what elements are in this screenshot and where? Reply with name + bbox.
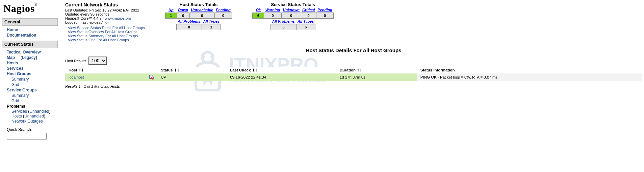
last-updated: Last Updated: Fri Sep 16 22:44:42 EAT 20…	[65, 8, 145, 12]
host-totals-pending-value[interactable]: 0	[214, 13, 232, 19]
nav-services[interactable]: Services	[7, 66, 58, 71]
nav-hostgroups-summary[interactable]: Summary	[11, 77, 58, 82]
service-totals-pending-header[interactable]: Pending	[317, 8, 332, 12]
host-totals-unreachable-header[interactable]: Unreachable	[191, 8, 213, 12]
service-totals-ok-value[interactable]: 6	[253, 13, 264, 19]
host-totals-pending-header[interactable]: Pending	[216, 8, 230, 12]
service-totals-unknown-header[interactable]: Unknown	[283, 8, 300, 12]
logged-in-label: Logged in as	[65, 20, 87, 24]
logo: Nagios®	[2, 2, 58, 17]
service-totals-alltypes-value[interactable]: 6	[296, 24, 315, 30]
page-title: Current Network Status	[65, 2, 145, 7]
nav-hosts[interactable]: Hosts	[7, 60, 58, 66]
core-version: Nagios® Core™ 4.4.7 -	[65, 16, 105, 20]
service-totals-critical-value[interactable]: 0	[301, 13, 316, 19]
nav-home[interactable]: Home	[7, 27, 58, 33]
host-totals-allproblems-header[interactable]: All Problems	[178, 19, 200, 23]
svg-line-8	[153, 79, 154, 80]
update-interval: Updated every 90 seconds	[65, 12, 145, 16]
col-status-info: Status Information	[417, 67, 642, 73]
service-totals-allproblems-header[interactable]: All Problems	[272, 19, 295, 23]
host-status-table: Host 🠕🠗 Status 🠕🠗 Last Check 🠕🠗 Duration…	[65, 67, 642, 81]
service-totals-critical-header[interactable]: Critical	[302, 8, 315, 12]
host-status: UP	[157, 73, 227, 81]
link-status-grid[interactable]: View Status Grid For All Host Groups	[68, 38, 145, 42]
sidebar: Nagios® General Home Documentation Curre…	[2, 2, 61, 139]
col-last-check[interactable]: Last Check 🠕🠗	[227, 67, 336, 73]
host-totals-up-header[interactable]: Up	[169, 8, 174, 12]
nav-map-legacy[interactable]: (Legacy)	[21, 55, 37, 60]
nav-servicegroups-summary[interactable]: Summary	[11, 93, 58, 98]
table-row: localhost UP 09-16-2022 22:41:34 1d 17h …	[65, 73, 642, 81]
host-totals-alltypes-value[interactable]: 1	[202, 24, 221, 30]
limit-results-label: Limit Results:	[65, 59, 87, 63]
host-status-totals: Host Status Totals Up Down Unreachable P…	[165, 2, 232, 30]
host-link[interactable]: localhost	[69, 75, 84, 79]
sort-arrows-icon[interactable]: 🠕🠗	[357, 68, 362, 72]
sort-arrows-icon[interactable]: 🠕🠗	[78, 68, 84, 72]
host-totals-allproblems-value[interactable]: 0	[176, 24, 202, 30]
service-totals-warning-value[interactable]: 0	[264, 13, 282, 19]
nav-documentation[interactable]: Documentation	[7, 33, 58, 38]
sort-arrows-icon[interactable]: 🠕🠗	[252, 68, 257, 72]
service-totals-unknown-value[interactable]: 0	[282, 13, 301, 19]
nagios-org-link[interactable]: www.nagios.org	[105, 16, 131, 20]
sidebar-section-general: General	[2, 18, 58, 26]
link-service-status-detail[interactable]: View Service Status Detail For All Host …	[68, 26, 145, 30]
nav-problems: Problems	[7, 104, 58, 109]
host-detail-icon[interactable]	[149, 75, 154, 80]
nav-network-outages[interactable]: Network Outages	[11, 119, 58, 124]
quick-search-input[interactable]	[7, 133, 47, 139]
details-heading: Host Status Details For All Host Groups	[65, 47, 642, 53]
nav-servicegroups-grid[interactable]: Grid	[11, 98, 58, 104]
host-totals-down-header[interactable]: Down	[178, 8, 188, 12]
col-status[interactable]: Status 🠕🠗	[157, 67, 227, 73]
link-status-summary[interactable]: View Status Summary For All Host Groups	[68, 34, 145, 38]
service-totals-pending-value[interactable]: 0	[316, 13, 333, 19]
nav-map[interactable]: Map	[7, 55, 15, 60]
quick-search-label: Quick Search:	[2, 125, 58, 133]
service-totals-allproblems-value[interactable]: 0	[271, 24, 296, 30]
service-totals-alltypes-header[interactable]: All Types	[298, 19, 314, 23]
nav-tactical-overview[interactable]: Tactical Overview	[7, 49, 58, 55]
network-status-block: Current Network Status Last Updated: Fri…	[65, 2, 145, 42]
host-totals-down-value[interactable]: 0	[177, 13, 189, 19]
host-status-info: PING OK - Packet loss = 0%, RTA = 0.07 m…	[417, 73, 642, 81]
host-duration: 1d 17h 37m 8s	[336, 73, 417, 81]
service-totals-ok-header[interactable]: Ok	[256, 8, 261, 12]
nav-service-groups[interactable]: Service Groups	[7, 87, 58, 93]
col-host[interactable]: Host 🠕🠗	[65, 67, 157, 73]
host-totals-unreachable-value[interactable]: 0	[189, 13, 214, 19]
host-totals-up-value[interactable]: 1	[165, 13, 177, 19]
service-totals-warning-header[interactable]: Warning	[265, 8, 280, 12]
link-status-overview[interactable]: View Status Overview For All Host Groups	[68, 30, 145, 34]
host-last-check: 09-16-2022 22:41:34	[227, 73, 336, 81]
nav-problems-hosts[interactable]: Hosts	[11, 113, 22, 119]
main-content: Current Network Status Last Updated: Fri…	[61, 2, 642, 88]
host-totals-title: Host Status Totals	[165, 2, 232, 7]
sidebar-section-current-status: Current Status	[2, 41, 58, 48]
limit-results-select[interactable]: 100	[88, 57, 107, 65]
service-totals-title: Service Status Totals	[252, 2, 334, 7]
host-totals-alltypes-header[interactable]: All Types	[203, 19, 220, 23]
logged-in-user: nagiosadmin	[87, 20, 108, 24]
service-status-totals: Service Status Totals Ok Warning Unknown…	[252, 2, 334, 30]
nav-hostgroups-grid[interactable]: Grid	[11, 82, 58, 87]
nav-problems-hosts-unhandled[interactable]: Unhandled	[24, 113, 44, 119]
nav-host-groups[interactable]: Host Groups	[7, 71, 58, 77]
sort-arrows-icon[interactable]: 🠕🠗	[174, 68, 179, 72]
col-duration[interactable]: Duration 🠕🠗	[336, 67, 417, 73]
results-summary: Results 1 - 1 of 1 Matching Hosts	[65, 84, 642, 88]
